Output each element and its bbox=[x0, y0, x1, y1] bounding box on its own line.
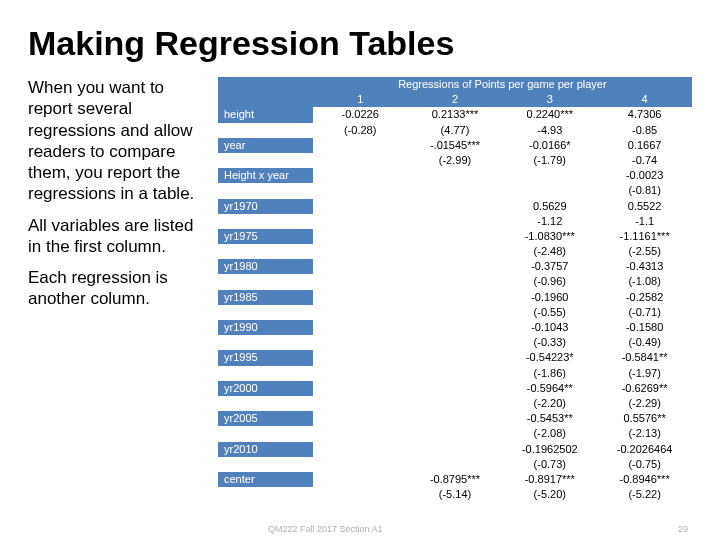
table-row: -1.12-1.1 bbox=[218, 214, 692, 229]
table-row: (-2.08)(-2.13) bbox=[218, 426, 692, 441]
regression-table: Regressions of Points per game per playe… bbox=[218, 77, 692, 502]
cell: -.01545*** bbox=[408, 138, 503, 153]
variable-label: yr1970 bbox=[218, 199, 313, 214]
table-row: (-1.86)(-1.97) bbox=[218, 366, 692, 381]
cell bbox=[408, 244, 503, 259]
cell: -0.0023 bbox=[597, 168, 692, 183]
cell: (-0.71) bbox=[597, 305, 692, 320]
cell bbox=[408, 335, 503, 350]
slide-footer: QM222 Fall 2017 Section A1 29 bbox=[28, 524, 688, 534]
cell bbox=[408, 350, 503, 365]
variable-label: yr1990 bbox=[218, 320, 313, 335]
col-header: 3 bbox=[502, 92, 597, 107]
cell bbox=[408, 396, 503, 411]
cell bbox=[313, 396, 408, 411]
variable-label bbox=[218, 366, 313, 381]
cell bbox=[313, 442, 408, 457]
table-row: yr1985-0.1960-0.2582 bbox=[218, 290, 692, 305]
variable-label bbox=[218, 426, 313, 441]
regression-table-wrapper: Regressions of Points per game per playe… bbox=[218, 77, 692, 502]
cell: (-5.14) bbox=[408, 487, 503, 502]
cell bbox=[408, 290, 503, 305]
cell: (-2.29) bbox=[597, 396, 692, 411]
paragraph-1: When you want to report several regressi… bbox=[28, 77, 208, 205]
variable-label bbox=[218, 153, 313, 168]
variable-label: center bbox=[218, 472, 313, 487]
cell bbox=[313, 487, 408, 502]
cell bbox=[313, 472, 408, 487]
table-row: center-0.8795***-0.8917***-0.8946*** bbox=[218, 472, 692, 487]
variable-label bbox=[218, 457, 313, 472]
table-title: Regressions of Points per game per playe… bbox=[313, 77, 692, 92]
cell: (-1.79) bbox=[502, 153, 597, 168]
variable-label: yr2010 bbox=[218, 442, 313, 457]
variable-label bbox=[218, 487, 313, 502]
paragraph-3: Each regression is another column. bbox=[28, 267, 208, 310]
cell bbox=[408, 168, 503, 183]
table-row: yr2010-0.1962502-0.2026464 bbox=[218, 442, 692, 457]
cell: -0.0166* bbox=[502, 138, 597, 153]
cell: (-2.48) bbox=[502, 244, 597, 259]
cell bbox=[502, 183, 597, 198]
variable-label bbox=[218, 274, 313, 289]
cell: 0.5629 bbox=[502, 199, 597, 214]
cell: (-1.97) bbox=[597, 366, 692, 381]
cell: (-5.20) bbox=[502, 487, 597, 502]
page-number: 29 bbox=[678, 524, 688, 534]
cell: -0.5453** bbox=[502, 411, 597, 426]
table-row: (-0.96)(-1.08) bbox=[218, 274, 692, 289]
table-row: (-5.14)(-5.20)(-5.22) bbox=[218, 487, 692, 502]
cell: -0.6269** bbox=[597, 381, 692, 396]
table-row: year-.01545***-0.0166*0.1667 bbox=[218, 138, 692, 153]
table-row: yr1980-0.3757-0.4313 bbox=[218, 259, 692, 274]
cell: -1.1161*** bbox=[597, 229, 692, 244]
blank-cell bbox=[218, 92, 313, 107]
cell: -1.0830*** bbox=[502, 229, 597, 244]
cell: -4.93 bbox=[502, 123, 597, 138]
variable-label bbox=[218, 214, 313, 229]
cell: 0.5522 bbox=[597, 199, 692, 214]
variable-label: year bbox=[218, 138, 313, 153]
cell: -0.1962502 bbox=[502, 442, 597, 457]
cell bbox=[313, 199, 408, 214]
cell: -0.54223* bbox=[502, 350, 597, 365]
table-row: yr2000-0.5964**-0.6269** bbox=[218, 381, 692, 396]
body-text: When you want to report several regressi… bbox=[28, 77, 208, 502]
cell bbox=[408, 426, 503, 441]
cell bbox=[313, 320, 408, 335]
cell: (-1.08) bbox=[597, 274, 692, 289]
cell: -0.8946*** bbox=[597, 472, 692, 487]
cell bbox=[313, 381, 408, 396]
cell: -0.2582 bbox=[597, 290, 692, 305]
cell: (-0.96) bbox=[502, 274, 597, 289]
cell: -0.2026464 bbox=[597, 442, 692, 457]
cell: (-2.99) bbox=[408, 153, 503, 168]
cell bbox=[313, 335, 408, 350]
cell: -0.5841** bbox=[597, 350, 692, 365]
cell bbox=[313, 290, 408, 305]
cell: 0.1667 bbox=[597, 138, 692, 153]
col-header: 1 bbox=[313, 92, 408, 107]
cell bbox=[408, 199, 503, 214]
cell bbox=[313, 244, 408, 259]
cell: (-5.22) bbox=[597, 487, 692, 502]
cell bbox=[313, 153, 408, 168]
cell: -0.4313 bbox=[597, 259, 692, 274]
slide-title: Making Regression Tables bbox=[28, 24, 692, 63]
cell bbox=[408, 381, 503, 396]
cell: -0.3757 bbox=[502, 259, 597, 274]
cell: (-0.73) bbox=[502, 457, 597, 472]
cell: (-2.55) bbox=[597, 244, 692, 259]
cell: -0.5964** bbox=[502, 381, 597, 396]
cell: 0.2240*** bbox=[502, 107, 597, 122]
content-row: When you want to report several regressi… bbox=[28, 77, 692, 502]
cell bbox=[408, 305, 503, 320]
variable-label: yr1975 bbox=[218, 229, 313, 244]
cell bbox=[313, 183, 408, 198]
cell: (4.77) bbox=[408, 123, 503, 138]
cell: -0.1043 bbox=[502, 320, 597, 335]
cell: -0.8917*** bbox=[502, 472, 597, 487]
variable-label bbox=[218, 244, 313, 259]
cell bbox=[502, 168, 597, 183]
col-header: 2 bbox=[408, 92, 503, 107]
